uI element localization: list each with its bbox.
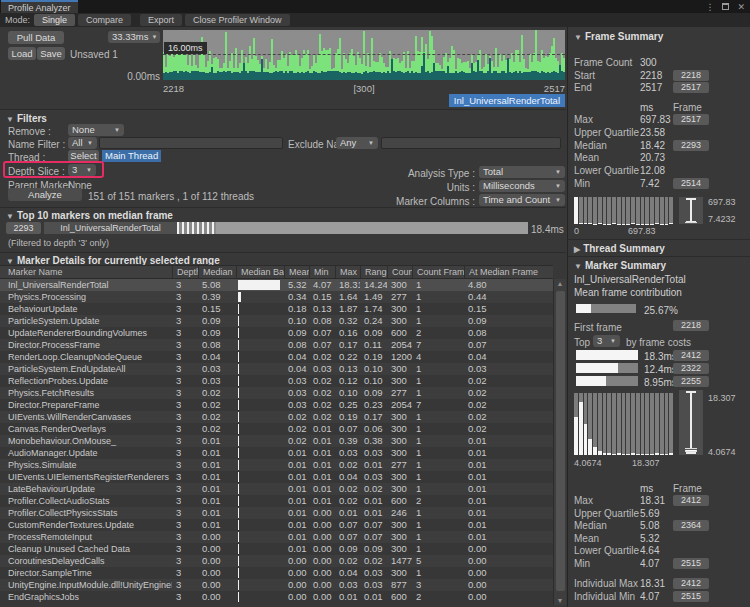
table-row[interactable]: CoroutinesDelayedCalls30.000.000.000.020… bbox=[0, 555, 553, 567]
table-row[interactable]: EndGraphicsJobs30.000.000.000.010.016002… bbox=[0, 591, 553, 603]
remove-dropdown[interactable]: None▼ bbox=[68, 124, 124, 136]
export-button[interactable]: Export bbox=[140, 14, 182, 26]
exclude-mode-dropdown[interactable]: Any▼ bbox=[336, 137, 378, 149]
table-row[interactable]: Director.PrepareFrame30.020.030.020.250.… bbox=[0, 399, 553, 411]
frame-jump-button[interactable]: 2412 bbox=[673, 578, 709, 589]
name-filter-mode-dropdown[interactable]: All▼ bbox=[68, 137, 97, 149]
pull-data-button[interactable]: Pull Data bbox=[8, 31, 64, 44]
kebab-menu-icon[interactable]: ⋮ bbox=[705, 2, 714, 12]
frame-jump-button[interactable]: 2412 bbox=[673, 495, 709, 506]
scroll-down-icon[interactable]: ▼ bbox=[554, 597, 566, 604]
table-row[interactable]: Director.ProcessFrame30.080.080.070.170.… bbox=[0, 339, 553, 351]
table-row[interactable]: Monobehaviour.OnMouse_30.010.020.010.390… bbox=[0, 435, 553, 447]
name-filter-input[interactable] bbox=[99, 137, 283, 149]
frame-jump-button[interactable]: 2218 bbox=[673, 320, 709, 331]
column-header-at-median-frame[interactable]: At Median Frame bbox=[464, 266, 553, 278]
foldout-icon[interactable]: ▶ bbox=[574, 245, 580, 254]
thread-summary-header[interactable]: ▶Thread Summary bbox=[574, 243, 665, 254]
top-n-dropdown[interactable]: 3▼ bbox=[593, 335, 620, 347]
table-row[interactable]: UIEvents.UIElementsRegisterRenderers30.0… bbox=[0, 471, 553, 483]
table-scrollbar[interactable]: ▲ ▼ bbox=[553, 279, 566, 605]
top10-frame-button[interactable]: 2293 bbox=[6, 222, 41, 234]
column-header-max[interactable]: Max bbox=[335, 266, 360, 278]
mode-single-button[interactable]: Single bbox=[34, 14, 75, 26]
table-row[interactable]: CustomRenderTextures.Update30.010.010.00… bbox=[0, 519, 553, 531]
analysis-type-dropdown[interactable]: Total▼ bbox=[479, 166, 565, 178]
units-dropdown[interactable]: Milliseconds▼ bbox=[479, 180, 565, 192]
foldout-icon[interactable]: ▼ bbox=[6, 212, 14, 221]
column-header-median[interactable]: Median bbox=[198, 266, 236, 278]
table-row[interactable]: Director.SampleTime30.000.000.000.040.03… bbox=[0, 567, 553, 579]
table-row[interactable]: ParticleSystem.EndUpdateAll30.030.040.03… bbox=[0, 363, 553, 375]
table-row[interactable]: LateBehaviourUpdate30.010.010.010.020.02… bbox=[0, 483, 553, 495]
foldout-icon[interactable]: ▼ bbox=[6, 115, 14, 124]
frame-jump-button[interactable]: 2515 bbox=[673, 591, 709, 602]
load-button[interactable]: Load bbox=[8, 47, 36, 60]
table-row[interactable]: Canvas.RenderOverlays30.020.020.010.070.… bbox=[0, 423, 553, 435]
frame-jump-button[interactable]: 2412 bbox=[673, 350, 709, 361]
frame-jump-button[interactable]: 2255 bbox=[673, 376, 709, 387]
column-header-median-bar[interactable]: Median Bar bbox=[236, 266, 284, 278]
table-row[interactable]: UnityEngine.InputModule.dll!UnityEngineI… bbox=[0, 579, 553, 591]
table-row[interactable]: UIEvents.WillRenderCanvases30.020.020.02… bbox=[0, 411, 553, 423]
filters-header[interactable]: ▼Filters bbox=[6, 113, 47, 124]
frame-jump-button[interactable]: 2517 bbox=[673, 114, 709, 125]
marker-summary-histogram[interactable] bbox=[574, 393, 673, 455]
histogram-bucket bbox=[617, 197, 621, 224]
table-row[interactable]: Cleanup Unused Cached Data30.000.010.000… bbox=[0, 543, 553, 555]
column-header-min[interactable]: Min bbox=[309, 266, 335, 278]
top10-header[interactable]: ▼Top 10 markers on median frame bbox=[6, 210, 173, 221]
table-row[interactable]: Physics.Simulate30.010.010.010.020.01277… bbox=[0, 459, 553, 471]
selected-marker-chart-label[interactable]: Inl_UniversalRenderTotal bbox=[449, 94, 565, 107]
analyze-button[interactable]: Analyze bbox=[8, 188, 82, 201]
frame-jump-button[interactable]: 2218 bbox=[673, 70, 709, 81]
column-header-range[interactable]: Range bbox=[360, 266, 387, 278]
table-row[interactable]: Inl_UniversalRenderTotal35.085.324.0718.… bbox=[0, 279, 553, 291]
column-header-mean[interactable]: Mean bbox=[284, 266, 309, 278]
foldout-icon[interactable]: ▼ bbox=[574, 262, 582, 271]
table-row[interactable]: Physics.Processing30.390.340.151.641.492… bbox=[0, 291, 553, 303]
maximize-icon[interactable] bbox=[722, 3, 729, 10]
save-button[interactable]: Save bbox=[37, 47, 65, 60]
table-row[interactable]: ParticleSystem.Update30.090.100.080.320.… bbox=[0, 315, 553, 327]
frame-summary-histogram[interactable] bbox=[574, 197, 673, 224]
scrollbar-thumb[interactable] bbox=[556, 291, 565, 591]
tab-profile-analyzer[interactable]: Profile Analyzer bbox=[1, 0, 78, 13]
table-row[interactable]: ProcessRemoteInput30.000.010.000.070.073… bbox=[0, 531, 553, 543]
table-row[interactable]: UpdateRendererBoundingVolumes30.090.090.… bbox=[0, 327, 553, 339]
table-row[interactable]: BehaviourUpdate30.150.180.131.871.743001… bbox=[0, 303, 553, 315]
column-header-depth[interactable]: Depth bbox=[172, 266, 198, 278]
exclude-names-input[interactable] bbox=[381, 137, 561, 149]
frame-jump-button[interactable]: 2322 bbox=[673, 363, 709, 374]
column-header-count-frame[interactable]: Count Frame bbox=[412, 266, 464, 278]
column-header-marker-name[interactable]: Marker Name bbox=[0, 266, 172, 278]
depth-slice-dropdown[interactable]: 3▼ bbox=[68, 164, 96, 176]
thread-value-chip[interactable]: Main Thread bbox=[102, 150, 161, 162]
table-header-row[interactable]: Marker NameDepthMedianMedian BarMeanMinM… bbox=[0, 265, 553, 279]
frame-scale-dropdown[interactable]: 33.33ms▼ bbox=[108, 31, 160, 43]
marker-columns-dropdown[interactable]: Time and Count▼ bbox=[479, 194, 565, 206]
mode-compare-button[interactable]: Compare bbox=[78, 14, 131, 26]
table-row[interactable]: Profiler.CollectPhysicsStats30.010.010.0… bbox=[0, 507, 553, 519]
thread-select-button[interactable]: Select bbox=[68, 150, 99, 162]
frame-summary-header[interactable]: ▼Frame Summary bbox=[574, 31, 663, 42]
frame-jump-button[interactable]: 2515 bbox=[673, 558, 709, 569]
frame-jump-button[interactable]: 2293 bbox=[673, 140, 709, 151]
frame-jump-button[interactable]: 2514 bbox=[673, 178, 709, 189]
table-row[interactable]: ReflectionProbes.Update30.030.030.020.12… bbox=[0, 375, 553, 387]
table-row[interactable]: RenderLoop.CleanupNodeQueue30.040.040.02… bbox=[0, 351, 553, 363]
table-row[interactable]: Physics.FetchResults30.020.030.020.100.0… bbox=[0, 387, 553, 399]
top10-marker-bar[interactable]: Inl_UniversalRenderTotal bbox=[44, 222, 528, 234]
close-icon[interactable]: ✕ bbox=[737, 2, 745, 12]
frame-time-chart[interactable]: 16.00ms bbox=[163, 30, 565, 80]
table-row[interactable]: Profiler.CollectAudioStats30.010.010.010… bbox=[0, 495, 553, 507]
close-profiler-window-button[interactable]: Close Profiler Window bbox=[185, 14, 290, 26]
table-row[interactable]: AudioManager.Update30.010.010.010.030.03… bbox=[0, 447, 553, 459]
scroll-up-icon[interactable]: ▲ bbox=[554, 280, 566, 287]
frame-jump-button[interactable]: 2364 bbox=[673, 520, 709, 531]
frame-jump-button[interactable]: 2517 bbox=[673, 82, 709, 93]
foldout-icon[interactable]: ▼ bbox=[574, 33, 582, 42]
marker-summary-header[interactable]: ▼Marker Summary bbox=[574, 260, 666, 271]
column-header-count[interactable]: Count bbox=[387, 266, 412, 278]
top10-selected-segment[interactable]: Inl_UniversalRenderTotal bbox=[44, 222, 177, 234]
